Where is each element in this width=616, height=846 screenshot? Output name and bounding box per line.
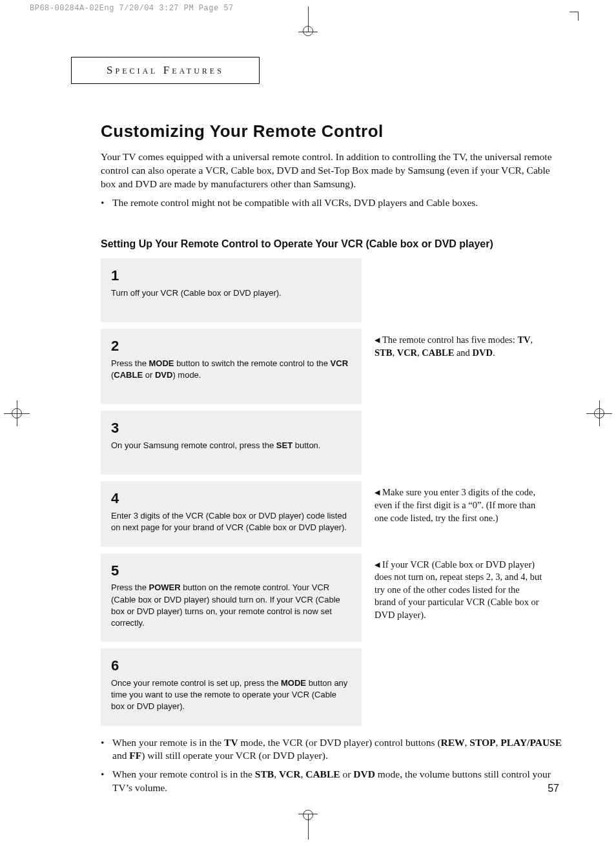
step-aside-1: [362, 258, 542, 322]
intro-paragraph: Your TV comes equipped with a universal …: [101, 150, 564, 191]
step-box-5: 5 Press the POWER button on the remote c…: [101, 553, 362, 643]
subsection-title: Setting Up Your Remote Control to Operat…: [101, 237, 514, 251]
registration-mark-right: [586, 400, 612, 426]
section-header-label: Special Features: [107, 64, 224, 76]
crop-mark-top: [295, 6, 321, 32]
page-title: Customizing Your Remote Control: [101, 121, 564, 141]
step-aside-3: [362, 411, 542, 475]
footer-bullet: When your remote is in the TV mode, the …: [101, 736, 564, 763]
triangle-left-icon: [375, 559, 380, 572]
section-header-box: Special Features: [71, 57, 260, 84]
triangle-left-icon: [375, 486, 380, 499]
step-row: 5 Press the POWER button on the remote c…: [101, 553, 564, 643]
page-number: 57: [548, 783, 559, 794]
step-row: 2 Press the MODE button to switch the re…: [101, 329, 564, 404]
step-row: 6 Once your remote control is set up, pr…: [101, 648, 564, 725]
step-row: 4 Enter 3 digits of the VCR (Cable box o…: [101, 481, 564, 546]
step-text: Press the MODE button to switch the remo…: [111, 358, 348, 380]
step-text: Turn off your VCR (Cable box or DVD play…: [111, 288, 282, 298]
step-box-6: 6 Once your remote control is set up, pr…: [101, 648, 362, 725]
footer-notes: When your remote is in the TV mode, the …: [101, 736, 564, 796]
step-aside-6: [362, 648, 542, 725]
triangle-left-icon: [375, 334, 380, 347]
step-number: 4: [111, 489, 351, 509]
crop-mark-bottom: [295, 814, 321, 840]
step-box-3: 3 On your Samsung remote control, press …: [101, 411, 362, 475]
trim-corner-top-right: [570, 12, 579, 21]
step-number: 3: [111, 418, 351, 438]
footer-bullet: When your remote control is in the STB, …: [101, 768, 564, 795]
step-aside-2: The remote control has five modes: TV, S…: [362, 329, 542, 404]
print-header: BP68-00284A-02Eng 7/20/04 3:27 PM Page 5…: [30, 4, 234, 13]
step-text: On your Samsung remote control, press th…: [111, 440, 320, 450]
step-row: 3 On your Samsung remote control, press …: [101, 411, 564, 475]
step-aside-5: If your VCR (Cable box or DVD player) do…: [362, 553, 542, 643]
step-number: 5: [111, 561, 351, 581]
step-row: 1 Turn off your VCR (Cable box or DVD pl…: [101, 258, 564, 322]
step-number: 1: [111, 266, 351, 286]
step-text: Once your remote control is set up, pres…: [111, 678, 347, 711]
step-text: Press the POWER button on the remote con…: [111, 583, 340, 628]
step-number: 2: [111, 336, 351, 356]
intro-bullet: The remote control might not be compatib…: [101, 196, 564, 210]
step-number: 6: [111, 656, 351, 676]
steps-list: 1 Turn off your VCR (Cable box or DVD pl…: [101, 258, 564, 725]
step-box-4: 4 Enter 3 digits of the VCR (Cable box o…: [101, 481, 362, 546]
step-aside-4: Make sure you enter 3 digits of the code…: [362, 481, 542, 546]
step-box-1: 1 Turn off your VCR (Cable box or DVD pl…: [101, 258, 362, 322]
step-box-2: 2 Press the MODE button to switch the re…: [101, 329, 362, 404]
registration-mark-left: [4, 400, 30, 426]
step-text: Enter 3 digits of the VCR (Cable box or …: [111, 511, 347, 532]
